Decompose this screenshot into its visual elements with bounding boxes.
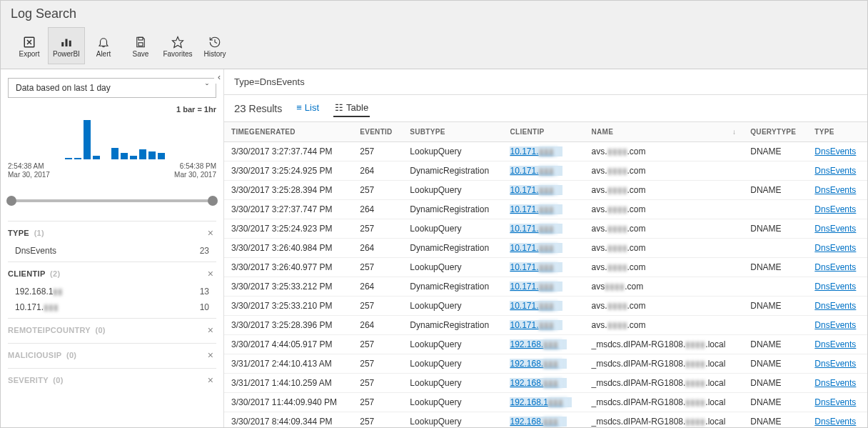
time-range-slider[interactable] [8,192,216,209]
results-table-wrap: TIMEGENERATEDEVENTIDSUBTYPECLIENTIPNAME↓… [224,122,867,428]
table-row[interactable]: 3/30/2017 3:25:24.925 PM264DynamicRegist… [224,161,867,181]
cell-clientip[interactable]: 10.171.▮▮▮ [503,181,584,200]
cell-type[interactable]: DnsEvents [807,200,867,219]
cell-type[interactable]: DnsEvents [807,239,867,258]
table-row[interactable]: 3/30/2017 3:25:33.212 PM264DynamicRegist… [224,277,867,297]
histogram-bar[interactable] [130,156,137,159]
cell-clientip[interactable]: 10.171.▮▮▮ [503,316,584,335]
toolbar: ExportPowerBIAlertSaveFavoritesHistory [11,27,857,69]
slider-thumb-right[interactable] [208,196,218,206]
histogram-bar[interactable] [148,151,156,159]
facet-item[interactable]: 10.171.▮▮▮10 [8,299,216,315]
cell-type[interactable]: DnsEvents [807,181,867,200]
table-row[interactable]: 3/30/2017 3:27:37.744 PM257LookupQuery10… [224,142,867,161]
date-range-dropdown[interactable]: Data based on last 1 day ˇ [8,78,216,98]
cell-type[interactable]: DnsEvents [807,258,867,277]
facet-close-button[interactable]: × [205,324,216,336]
table-row[interactable]: 3/30/2017 11:44:09.940 PM257LookupQuery1… [224,393,867,412]
table-row[interactable]: 3/31/2017 1:44:10.259 AM257LookupQuery19… [224,374,867,393]
col-name[interactable]: NAME↓ [585,122,744,142]
facet-item[interactable]: 192.168.1▮▮13 [8,284,216,299]
cell-clientip[interactable]: 10.171.▮▮▮ [503,200,584,219]
x-square-icon [23,34,36,50]
table-row[interactable]: 3/30/2017 4:44:05.917 PM257LookupQuery19… [224,335,867,354]
histogram-bar[interactable] [111,148,118,159]
toolbar-powerbi-button[interactable]: PowerBI [48,27,85,64]
cell-type[interactable]: DnsEvents [807,316,867,335]
facet-item[interactable]: DnsEvents23 [8,243,216,259]
table-row[interactable]: 3/30/2017 3:25:28.396 PM264DynamicRegist… [224,316,867,335]
cell-name: _msdcs.dIPAM-RG1808.▮▮▮▮.local [585,374,744,393]
col-type[interactable]: TYPE [807,122,867,142]
cell-clientip[interactable]: 10.171.▮▮▮ [503,142,584,161]
cell-clientip[interactable]: 10.171.▮▮▮ [503,239,584,258]
cell-time: 3/30/2017 3:25:28.394 PM [224,181,353,200]
histogram-bar[interactable] [158,153,165,159]
table-row[interactable]: 3/30/2017 8:44:09.344 PM257LookupQuery19… [224,412,867,429]
cell-type[interactable]: DnsEvents [807,374,867,393]
cell-clientip[interactable]: 192.168.▮▮▮ [503,374,584,393]
collapse-sidebar-button[interactable]: ‹ [214,71,224,84]
cell-clientip[interactable]: 10.171.▮▮▮ [503,297,584,316]
cell-type[interactable]: DnsEvents [807,297,867,316]
table-row[interactable]: 3/30/2017 3:25:33.210 PM257LookupQuery10… [224,297,867,316]
svg-marker-6 [173,36,183,47]
facet-close-button[interactable]: × [205,268,216,279]
facet-item-value: 13 [200,287,209,297]
slider-thumb-left[interactable] [6,196,16,206]
facet-close-button[interactable]: × [205,227,216,239]
col-querytype[interactable]: QUERYTYPE [743,122,807,142]
cell-clientip[interactable]: 10.171.▮▮▮ [503,277,584,297]
table-row[interactable]: 3/31/2017 2:44:10.413 AM257LookupQuery19… [224,354,867,374]
cell-clientip[interactable]: 192.168.▮▮▮ [503,335,584,354]
cell-type[interactable]: DnsEvents [807,354,867,374]
cell-clientip[interactable]: 10.171.▮▮▮ [503,219,584,239]
cell-clientip[interactable]: 10.171.▮▮▮ [503,161,584,181]
histogram-bar[interactable] [65,158,72,159]
table-row[interactable]: 3/30/2017 3:25:28.394 PM257LookupQuery10… [224,181,867,200]
cell-type[interactable]: DnsEvents [807,335,867,354]
col-eventid[interactable]: EVENTID [353,122,403,142]
table-row[interactable]: 3/30/2017 3:25:24.923 PM257LookupQuery10… [224,219,867,239]
col-clientip[interactable]: CLIENTIP [503,122,584,142]
cell-name: avs.▮▮▮▮.com [585,200,744,219]
header: Log Search ExportPowerBIAlertSaveFavorit… [1,1,867,69]
histogram-bar[interactable] [121,153,128,159]
cell-type[interactable]: DnsEvents [807,142,867,161]
view-tab-list[interactable]: ≡List [295,99,321,117]
cell-type[interactable]: DnsEvents [807,161,867,181]
cell-clientip[interactable]: 192.168.1▮▮▮ [503,393,584,412]
cell-type[interactable]: DnsEvents [807,412,867,429]
cell-type[interactable]: DnsEvents [807,277,867,297]
floppy-icon [134,34,147,50]
toolbar-alert-button[interactable]: Alert [85,27,122,64]
cell-clientip[interactable]: 192.168.▮▮▮ [503,354,584,374]
query-bar[interactable]: Type=DnsEvents [224,69,867,95]
table-row[interactable]: 3/30/2017 3:26:40.977 PM257LookupQuery10… [224,258,867,277]
table-row[interactable]: 3/30/2017 3:27:37.747 PM264DynamicRegist… [224,200,867,219]
col-timegenerated[interactable]: TIMEGENERATED [224,122,353,142]
cell-clientip[interactable]: 192.168.▮▮▮ [503,412,584,429]
view-tab-table[interactable]: ☷Table [333,99,370,117]
histogram-bar[interactable] [93,156,100,159]
toolbar-history-button[interactable]: History [196,27,233,64]
facet-close-button[interactable]: × [205,374,216,386]
facet-close-button[interactable]: × [205,349,216,361]
toolbar-save-button[interactable]: Save [122,27,159,64]
cell-eventid: 257 [353,354,403,374]
col-subtype[interactable]: SUBTYPE [403,122,503,142]
toolbar-history-label: History [203,50,226,58]
cell-clientip[interactable]: 10.171.▮▮▮ [503,258,584,277]
histogram-bar[interactable] [139,149,146,159]
cell-type[interactable]: DnsEvents [807,393,867,412]
cell-type[interactable]: DnsEvents [807,219,867,239]
cell-time: 3/30/2017 8:44:09.344 PM [224,412,353,429]
histogram-bar[interactable] [84,120,91,159]
table-row[interactable]: 3/30/2017 3:26:40.984 PM264DynamicRegist… [224,239,867,258]
toolbar-favorites-button[interactable]: Favorites [159,27,196,64]
cell-name: avs.▮▮▮▮.com [585,258,744,277]
toolbar-export-button[interactable]: Export [11,27,48,64]
histogram-bar[interactable] [74,158,81,159]
bar-chart[interactable] [8,116,216,159]
bell-icon [97,34,110,50]
